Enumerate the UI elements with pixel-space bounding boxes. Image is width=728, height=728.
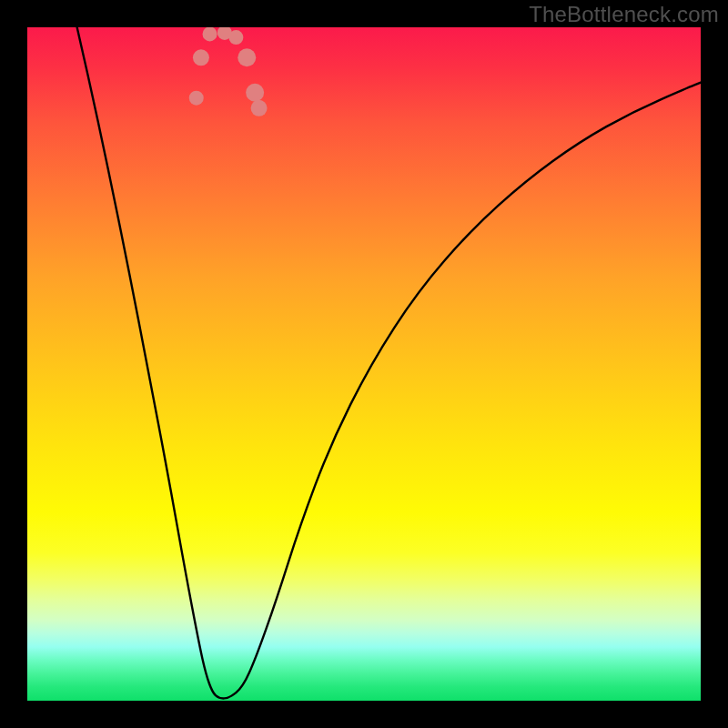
curve-layer	[27, 27, 701, 701]
data-marker	[228, 30, 243, 45]
data-marker	[189, 91, 204, 106]
data-marker	[203, 27, 217, 41]
bottom-border	[27, 701, 701, 728]
bottleneck-curve	[67, 27, 701, 698]
marker-group	[189, 27, 268, 116]
data-marker	[193, 49, 209, 66]
plot-area	[27, 27, 701, 701]
data-marker	[246, 84, 264, 102]
data-marker	[238, 48, 256, 66]
watermark-text: TheBottleneck.com	[529, 2, 719, 27]
chart-frame: TheBottleneck.com	[0, 0, 728, 728]
data-marker	[251, 100, 268, 116]
